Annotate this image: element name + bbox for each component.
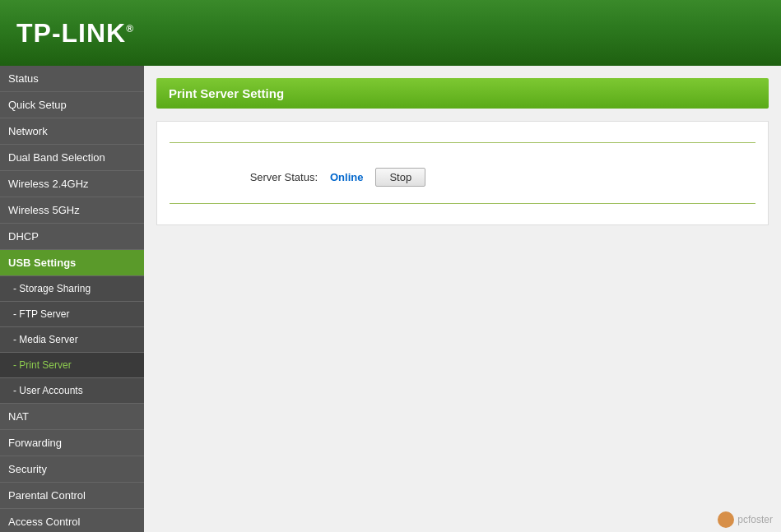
content-body: Server Status: Online Stop: [156, 121, 769, 225]
sidebar-item-print-server[interactable]: - Print Server: [0, 353, 144, 378]
sidebar-item-status[interactable]: Status: [0, 66, 144, 92]
sidebar-item-parental-control[interactable]: Parental Control: [0, 483, 144, 509]
watermark: pcfoster: [718, 511, 773, 528]
sidebar-item-nat[interactable]: NAT: [0, 404, 144, 430]
sidebar-item-user-accounts[interactable]: - User Accounts: [0, 378, 144, 404]
sidebar-item-dual-band[interactable]: Dual Band Selection: [0, 145, 144, 171]
tp-link-logo: TP-LINK®: [16, 18, 134, 49]
sidebar-item-wireless-5[interactable]: Wireless 5GHz: [0, 197, 144, 224]
content-area: Print Server Setting Server Status: Onli…: [144, 66, 781, 532]
server-status-label: Server Status:: [211, 171, 318, 183]
sidebar-item-quick-setup[interactable]: Quick Setup: [0, 92, 144, 118]
server-status-value: Online: [330, 171, 363, 183]
sidebar-item-security[interactable]: Security: [0, 456, 144, 483]
watermark-icon: [718, 511, 734, 528]
bottom-divider: [170, 203, 755, 204]
logo-trademark: ®: [126, 23, 134, 35]
sidebar-item-forwarding[interactable]: Forwarding: [0, 430, 144, 456]
watermark-text: pcfoster: [737, 514, 773, 525]
header: TP-LINK®: [0, 0, 781, 66]
logo-text: TP-LINK: [16, 18, 126, 48]
sidebar-item-network[interactable]: Network: [0, 118, 144, 145]
sidebar-item-storage-sharing[interactable]: - Storage Sharing: [0, 276, 144, 302]
page-title: Print Server Setting: [169, 86, 284, 100]
top-divider: [170, 142, 755, 143]
sidebar-item-usb-settings[interactable]: USB Settings: [0, 250, 144, 276]
sidebar: StatusQuick SetupNetworkDual Band Select…: [0, 66, 144, 532]
page-title-bar: Print Server Setting: [156, 78, 769, 109]
sidebar-item-access-control[interactable]: Access Control: [0, 509, 144, 532]
sidebar-item-media-server[interactable]: - Media Server: [0, 327, 144, 353]
stop-button[interactable]: Stop: [375, 168, 425, 187]
server-status-row: Server Status: Online Stop: [211, 160, 755, 195]
sidebar-item-ftp-server[interactable]: - FTP Server: [0, 302, 144, 327]
sidebar-item-wireless-24[interactable]: Wireless 2.4GHz: [0, 171, 144, 197]
main-layout: StatusQuick SetupNetworkDual Band Select…: [0, 66, 781, 532]
sidebar-item-dhcp[interactable]: DHCP: [0, 224, 144, 250]
